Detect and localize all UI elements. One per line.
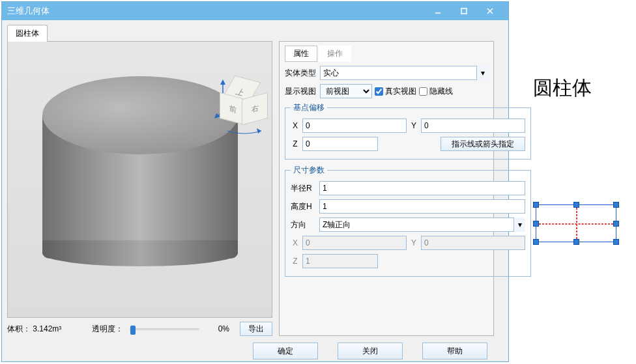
solidtype-field[interactable] [320,66,476,80]
volume-readout: 体积： 3.142m³ [7,324,85,335]
dropdown-arrow-icon[interactable]: ▾ [513,217,525,232]
hidden-checkbox[interactable]: 隐藏线 [419,86,453,97]
basepoint-legend: 基点偏移 [291,102,327,113]
basepoint-z-field[interactable] [302,137,378,151]
radius-field[interactable] [319,181,525,195]
export-button[interactable]: 导出 [240,322,272,336]
maximize-button[interactable] [451,2,477,20]
tab-cylinder[interactable]: 圆柱体 [7,25,48,42]
opacity-value: 0% [210,324,229,333]
tab-row: 圆柱体 [7,24,503,41]
close-button-bottom[interactable]: 关闭 [338,343,403,359]
properties-panel: 属性 操作 实体类型 ▾ 显示视图 前视图 真实视图 隐藏线 基点偏移 X [279,41,494,336]
direction-label: 方向 [291,219,317,231]
solidtype-label: 实体类型 [285,68,317,79]
x-label: X [291,121,300,130]
dir-z-field [302,254,378,268]
tab-operations[interactable]: 操作 [319,46,351,62]
rotate-arrow-icon [225,127,264,136]
window-title: 三维几何体 [7,5,425,17]
indicator-button[interactable]: 指示线或箭头指定 [441,137,525,151]
dir-y-field [421,236,525,250]
basepoint-x-field[interactable] [302,119,407,133]
ok-button[interactable]: 确定 [253,343,318,359]
basepoint-y-field[interactable] [421,119,525,133]
view-label: 显示视图 [285,86,317,97]
z-label: Z [291,139,300,148]
external-label: 圆柱体 [533,75,592,102]
viewport-3d[interactable]: 上 前 右 [7,41,272,318]
titlebar: 三维几何体 [2,2,508,20]
opacity-slider[interactable] [130,328,199,330]
dir-x-field [302,236,407,250]
realview-checkbox[interactable]: 真实视图 [375,86,416,97]
dropdown-arrow-icon[interactable]: ▾ [476,66,488,80]
cylinder-mesh [42,115,238,259]
help-button[interactable]: 帮助 [422,343,487,359]
svg-marker-8 [257,128,261,133]
basepoint-group: 基点偏移 X Y Z 指示线或箭头指定 [285,102,531,160]
y2-label: Y [409,238,418,247]
z2-label: Z [291,257,300,266]
radius-label: 半径R [291,183,317,194]
dimensions-group: 尺寸参数 半径R 高度H 方向 ▾ X [285,165,531,277]
close-button[interactable] [477,2,503,20]
dimensions-legend: 尺寸参数 [291,165,327,176]
tab-attributes[interactable]: 属性 [285,46,317,62]
height-field[interactable] [319,199,525,214]
y-label: Y [409,121,418,130]
svg-rect-1 [461,8,467,14]
view-select[interactable]: 前视图 [320,84,372,98]
app-window: 三维几何体 圆柱体 [1,1,509,362]
height-label: 高度H [291,201,317,212]
minimize-button[interactable] [425,2,451,20]
external-selection-box[interactable] [533,202,619,245]
x2-label: X [291,238,300,247]
view-cube[interactable]: 上 前 右 [220,77,265,130]
direction-field[interactable] [319,217,513,232]
opacity-label: 透明度： [92,324,123,335]
